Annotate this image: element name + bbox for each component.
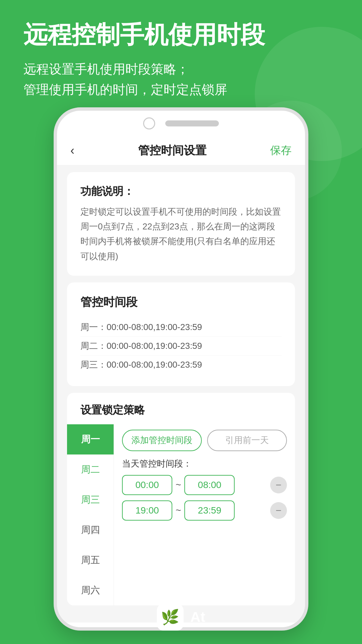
time-slot-1: 00:00 ~ 08:00 − xyxy=(122,475,287,495)
end-time-2[interactable]: 23:59 xyxy=(184,500,235,521)
bottom-logo: 🌿 At xyxy=(157,604,205,631)
schedule-item-tuesday: 周二：00:00-08:00,19:00-23:59 xyxy=(80,337,282,356)
save-button[interactable]: 保存 xyxy=(270,143,292,158)
today-label: 当天管控时间段： xyxy=(122,458,287,470)
remove-slot-2-button[interactable]: − xyxy=(270,502,287,519)
time-slot-2: 19:00 ~ 23:59 − xyxy=(122,500,287,521)
phone-camera xyxy=(143,117,155,129)
action-buttons: 添加管控时间段 引用前一天 xyxy=(122,430,287,451)
time-panel: 添加管控时间段 引用前一天 当天管控时间段： 00:00 ~ 08:00 − xyxy=(114,424,295,605)
phone-mockup: ‹ 管控时间设置 保存 功能说明： 定时锁定可以设置手机不可使用的时间段，比如设… xyxy=(54,107,308,631)
day-list: 周一 周二 周三 周四 周五 周六 xyxy=(67,424,114,605)
strategy-card-title: 设置锁定策略 xyxy=(67,393,295,424)
start-time-1[interactable]: 00:00 xyxy=(122,475,172,495)
day-item-tuesday[interactable]: 周二 xyxy=(67,454,114,485)
schedule-item-wednesday: 周三：00:00-08:00,19:00-23:59 xyxy=(80,356,282,374)
day-item-monday[interactable]: 周一 xyxy=(67,424,114,454)
copy-prev-day-button[interactable]: 引用前一天 xyxy=(207,430,287,451)
schedule-card: 管控时间段 周一：00:00-08:00,19:00-23:59 周二：00:0… xyxy=(67,282,295,386)
schedule-card-title: 管控时间段 xyxy=(80,294,282,310)
sub-line1: 远程设置手机使用时段策略； xyxy=(23,62,189,76)
nav-title: 管控时间设置 xyxy=(138,143,206,158)
day-item-friday[interactable]: 周五 xyxy=(67,545,114,575)
logo-text: At xyxy=(190,609,205,625)
day-item-wednesday[interactable]: 周三 xyxy=(67,485,114,515)
phone-speaker xyxy=(165,120,219,126)
end-time-1[interactable]: 08:00 xyxy=(184,475,235,495)
app-navbar: ‹ 管控时间设置 保存 xyxy=(57,136,305,165)
start-time-2[interactable]: 19:00 xyxy=(122,500,172,521)
time-separator-1: ~ xyxy=(176,480,181,490)
feature-card-desc: 定时锁定可以设置手机不可使用的时间段，比如设置周一0点到7点，22点到23点，那… xyxy=(80,204,282,264)
content-scroll: 功能说明： 定时锁定可以设置手机不可使用的时间段，比如设置周一0点到7点，22点… xyxy=(57,165,305,622)
remove-slot-1-button[interactable]: − xyxy=(270,477,287,493)
strategy-card: 设置锁定策略 周一 周二 周三 周四 周五 周六 xyxy=(67,393,295,605)
day-item-saturday[interactable]: 周六 xyxy=(67,575,114,605)
feature-card-title: 功能说明： xyxy=(80,184,282,199)
add-time-slot-button[interactable]: 添加管控时间段 xyxy=(122,430,202,451)
feature-card: 功能说明： 定时锁定可以设置手机不可使用的时间段，比如设置周一0点到7点，22点… xyxy=(67,172,295,276)
sub-line2: 管理使用手机的时间，定时定点锁屏 xyxy=(23,83,227,97)
back-button[interactable]: ‹ xyxy=(70,144,74,158)
schedule-item-monday: 周一：00:00-08:00,19:00-23:59 xyxy=(80,318,282,337)
logo-icon: 🌿 xyxy=(157,604,184,631)
day-item-thursday[interactable]: 周四 xyxy=(67,515,114,545)
time-separator-2: ~ xyxy=(176,505,181,516)
main-title: 远程控制手机使用时段 xyxy=(23,20,339,49)
sub-title: 远程设置手机使用时段策略； 管理使用手机的时间，定时定点锁屏 xyxy=(23,59,339,100)
